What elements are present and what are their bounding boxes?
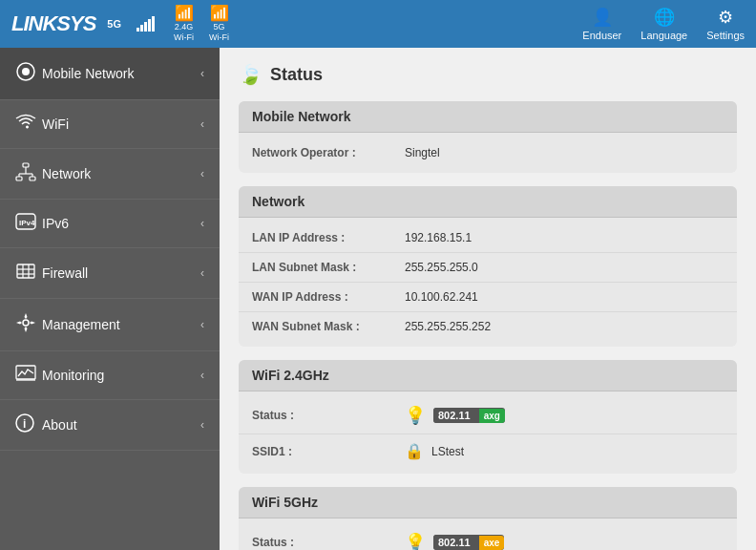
chevron-icon-firewall: ‹ <box>200 266 204 280</box>
sidebar-item-label-mobile-network: Mobile Network <box>42 66 200 81</box>
wifi24-bulb-icon: 💡 <box>405 405 426 426</box>
sidebar-item-label-monitoring: Monitoring <box>42 368 200 383</box>
chevron-icon-management: ‹ <box>200 318 204 331</box>
wifi5-card-header: WiFi 5GHz <box>239 487 737 518</box>
signal-bar-4 <box>148 19 151 32</box>
wifi5-status-value: 💡 802.11axe <box>405 532 504 550</box>
sidebar-item-label-about: About <box>42 417 200 433</box>
language-icon: 🌐 <box>654 7 675 28</box>
chevron-icon-mobile-network: ‹ <box>200 67 204 80</box>
network-card-body: LAN IP Address : 192.168.15.1 LAN Subnet… <box>239 218 737 347</box>
settings-icon: ⚙ <box>718 7 733 28</box>
network-operator-label: Network Operator : <box>252 146 405 159</box>
network-operator-value: Singtel <box>405 146 440 159</box>
linksys-logo: LINKSYS <box>11 11 95 36</box>
wifi24-symbol: 📶 <box>175 6 194 21</box>
wifi5-symbol: 📶 <box>210 6 229 21</box>
sidebar-item-mobile-network[interactable]: Mobile Network ‹ <box>0 48 220 100</box>
wifi5-badge-tag: axe <box>479 536 505 550</box>
enduser-button[interactable]: 👤 Enduser <box>582 7 621 41</box>
main-content: 🍃 Status Mobile Network Network Operator… <box>220 48 756 550</box>
wifi24-status-row: Status : 💡 802.11axg <box>239 397 737 434</box>
wifi24-ssid-row: SSID1 : 🔒 LStest <box>239 434 737 468</box>
svg-point-16 <box>23 320 29 326</box>
status-leaf-icon: 🍃 <box>239 63 262 86</box>
wifi-icon <box>15 114 42 135</box>
lan-ip-row: LAN IP Address : 192.168.15.1 <box>239 223 737 253</box>
sidebar-item-label-network: Network <box>42 166 200 181</box>
mobile-network-card-body: Network Operator : Singtel <box>239 133 737 173</box>
wifi24-ssid-value-row: 🔒 LStest <box>405 442 464 460</box>
lan-subnet-value: 255.255.255.0 <box>405 261 478 274</box>
wan-ip-label: WAN IP Address : <box>252 290 405 304</box>
sidebar-item-monitoring[interactable]: Monitoring ‹ <box>0 351 220 400</box>
sidebar-item-wifi[interactable]: WiFi ‹ <box>0 100 220 149</box>
wan-subnet-row: WAN Subnet Mask : 255.255.255.252 <box>239 312 737 341</box>
page-title: 🍃 Status <box>239 63 737 86</box>
wifi5-bulb-icon: 💡 <box>405 532 426 550</box>
chevron-icon-monitoring: ‹ <box>200 369 204 382</box>
signal-bar-1 <box>136 28 139 32</box>
wifi5-card-body: Status : 💡 802.11axe SSID1 : 🔒 LStest <box>239 518 737 550</box>
sidebar-item-management[interactable]: Management ‹ <box>0 299 220 351</box>
wifi5-status-label: Status : <box>252 536 405 549</box>
app-layout: Mobile Network ‹ WiFi ‹ <box>0 48 756 550</box>
app-header: LINKSYS 5G 📶 2.4G Wi-Fi 📶 5G Wi-Fi 👤 End… <box>0 0 756 48</box>
sidebar-item-firewall[interactable]: Firewall ‹ <box>0 248 220 299</box>
svg-text:i: i <box>23 417 26 431</box>
svg-text:IPv4: IPv4 <box>19 219 35 227</box>
wifi24-card-body: Status : 💡 802.11axg SSID1 : 🔒 LStest <box>239 391 737 474</box>
settings-button[interactable]: ⚙ Settings <box>706 7 745 41</box>
signal-bar-3 <box>144 22 147 32</box>
wifi5-card: WiFi 5GHz Status : 💡 802.11axe SSID1 : 🔒 <box>239 487 737 550</box>
wifi24-badge: 802.11axg <box>433 408 505 423</box>
wifi24-badge-tag: axg <box>479 409 505 423</box>
svg-rect-4 <box>30 177 35 180</box>
wifi24-icon-group: 📶 2.4G Wi-Fi <box>174 6 194 42</box>
firewall-icon <box>15 262 42 285</box>
chevron-icon-ipv6: ‹ <box>200 217 204 230</box>
lan-subnet-row: LAN Subnet Mask : 255.255.255.0 <box>239 253 737 283</box>
lan-subnet-label: LAN Subnet Mask : <box>252 261 405 274</box>
gen-label: 5G <box>107 18 121 30</box>
svg-rect-11 <box>17 264 34 278</box>
sidebar-item-label-management: Management <box>42 317 200 332</box>
settings-label: Settings <box>706 30 745 41</box>
wifi24-status-label: Status : <box>252 409 405 422</box>
mobile-network-card-header: Mobile Network <box>239 101 737 133</box>
wifi24-card: WiFi 2.4GHz Status : 💡 802.11axg SSID1 :… <box>239 360 737 474</box>
wifi24-card-header: WiFi 2.4GHz <box>239 360 737 391</box>
about-icon: i <box>15 413 42 436</box>
wan-subnet-value: 255.255.255.252 <box>405 320 491 333</box>
wifi5-badge: 802.11axe <box>433 535 504 550</box>
wifi24-ssid-value: LStest <box>431 445 464 458</box>
sidebar-item-network[interactable]: Network ‹ <box>0 149 220 200</box>
chevron-icon-network: ‹ <box>200 167 204 180</box>
ipv6-icon: IPv4 <box>15 213 42 234</box>
page-title-text: Status <box>270 65 323 85</box>
language-button[interactable]: 🌐 Language <box>640 7 687 41</box>
sidebar: Mobile Network ‹ WiFi ‹ <box>0 48 220 550</box>
language-label: Language <box>640 30 687 41</box>
network-operator-row: Network Operator : Singtel <box>239 138 737 167</box>
svg-point-1 <box>22 68 30 75</box>
wifi24-badge-main: 802.11 <box>433 408 475 423</box>
wifi24-lock-icon: 🔒 <box>405 442 424 460</box>
mobile-network-icon <box>15 61 42 86</box>
wifi5-status-row: Status : 💡 802.11axe <box>239 524 737 550</box>
sidebar-item-ipv6[interactable]: IPv4 IPv6 ‹ <box>0 200 220 248</box>
header-right-controls: 👤 Enduser 🌐 Language ⚙ Settings <box>582 7 745 41</box>
sidebar-item-about[interactable]: i About ‹ <box>0 400 220 451</box>
network-icon <box>15 162 42 185</box>
network-card: Network LAN IP Address : 192.168.15.1 LA… <box>239 186 737 347</box>
wan-subnet-label: WAN Subnet Mask : <box>252 320 405 333</box>
network-card-header: Network <box>239 186 737 218</box>
sidebar-item-label-ipv6: IPv6 <box>42 216 200 231</box>
signal-bar-2 <box>140 25 143 32</box>
management-icon <box>15 312 42 337</box>
wan-ip-value: 10.100.62.241 <box>405 290 478 304</box>
wifi5-label-line1: 5G <box>214 22 225 32</box>
wifi24-label-line2: Wi-Fi <box>174 32 194 42</box>
wifi5-badge-main: 802.11 <box>433 535 475 550</box>
logo-area: LINKSYS 5G <box>11 11 155 36</box>
